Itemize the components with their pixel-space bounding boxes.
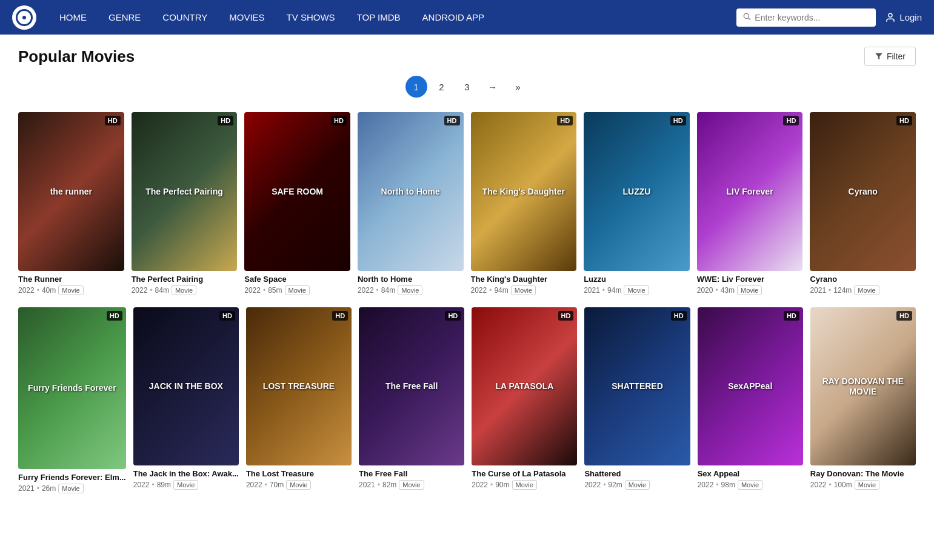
movie-card[interactable]: HD RAY DONOVAN THE MOVIE Ray Donovan: Th… — [810, 307, 916, 493]
svg-point-0 — [744, 13, 749, 18]
movie-card[interactable]: HD SHATTERED Shattered 2022 • 92m Movie — [584, 307, 690, 493]
dot-separator: • — [150, 286, 152, 295]
poster-overlay: JACK IN THE BOX — [133, 307, 239, 465]
movie-title: Shattered — [584, 469, 690, 478]
poster-overlay: LUZZU — [584, 112, 690, 271]
movie-card[interactable]: HD SexAPPeal Sex Appeal 2022 • 98m Movie — [698, 307, 803, 493]
movie-poster: HD Cyrano — [810, 112, 916, 271]
page-btn-1[interactable]: 1 — [405, 76, 427, 98]
dot-separator: • — [715, 286, 718, 295]
movie-duration: 100m — [834, 481, 852, 489]
nav-country[interactable]: COUNTRY — [152, 0, 218, 35]
svg-marker-3 — [875, 53, 882, 60]
movie-poster: HD SHATTERED — [584, 307, 690, 465]
nav-androidapp[interactable]: ANDROID APP — [412, 0, 496, 35]
nav-movies[interactable]: MOVIES — [218, 0, 275, 35]
movie-year: 2022 — [246, 481, 262, 489]
nav-topimdb[interactable]: TOP IMDB — [346, 0, 412, 35]
movie-poster: HD LIV Forever — [697, 112, 803, 271]
movie-duration: 89m — [157, 481, 171, 489]
movie-card[interactable]: HD Furry Friends Forever Furry Friends F… — [18, 307, 126, 493]
movie-title: The Jack in the Box: Awak... — [133, 469, 239, 478]
movie-duration: 43m — [721, 286, 735, 295]
poster-title-text: the runner — [50, 187, 92, 197]
movie-card[interactable]: HD The King's Daughter The King's Daught… — [471, 112, 577, 295]
poster-title-text: LUZZU — [622, 187, 650, 197]
nav-links: HOME GENRE COUNTRY MOVIES TV SHOWS TOP I… — [48, 0, 736, 35]
page-btn-last[interactable]: » — [507, 76, 529, 98]
hd-badge: HD — [896, 116, 912, 125]
movie-card[interactable]: HD The Free Fall The Free Fall 2021 • 82… — [359, 307, 464, 493]
movie-meta: 2022 • 89m Movie — [133, 480, 239, 490]
page-btn-3[interactable]: 3 — [456, 76, 478, 98]
movie-card[interactable]: HD The Perfect Pairing The Perfect Pairi… — [132, 112, 238, 295]
movie-year: 2022 — [810, 481, 827, 489]
poster-overlay: LIV Forever — [697, 112, 803, 271]
movie-card[interactable]: HD LUZZU Luzzu 2021 • 94m Movie — [584, 112, 690, 295]
movie-info: The Curse of La Patasola 2022 • 90m Movi… — [472, 469, 577, 490]
page-header: Popular Movies Filter — [18, 47, 916, 66]
dot-separator: • — [263, 286, 265, 295]
movie-title: The Runner — [18, 275, 124, 284]
search-input[interactable] — [755, 13, 870, 22]
pagination: 1 2 3 → » — [18, 76, 916, 98]
poster-title-text: LIV Forever — [727, 187, 773, 197]
nav-genre[interactable]: GENRE — [98, 0, 152, 35]
page-btn-next[interactable]: → — [482, 76, 504, 98]
movie-meta: 2022 • 70m Movie — [246, 480, 352, 490]
page-btn-2[interactable]: 2 — [431, 76, 453, 98]
movie-info: The Runner 2022 • 40m Movie — [18, 275, 124, 295]
page-title: Popular Movies — [18, 47, 135, 66]
dot-separator: • — [489, 286, 492, 295]
movie-year: 2022 — [244, 286, 261, 295]
movie-title: Ray Donovan: The Movie — [810, 469, 916, 478]
movie-card[interactable]: HD the runner The Runner 2022 • 40m Movi… — [18, 112, 124, 295]
poster-overlay: LA PATASOLA — [472, 307, 577, 465]
movie-card[interactable]: HD Cyrano Cyrano 2021 • 124m Movie — [810, 112, 916, 295]
poster-title-text: SexAPPeal — [728, 381, 772, 392]
movie-meta: 2022 • 94m Movie — [471, 285, 577, 295]
movie-card[interactable]: HD SAFE ROOM Safe Space 2022 • 85m Movie — [244, 112, 350, 295]
movie-card[interactable]: HD LA PATASOLA The Curse of La Patasola … — [472, 307, 577, 493]
poster-title-text: JACK IN THE BOX — [149, 381, 223, 392]
movie-card[interactable]: HD LOST TREASURE The Lost Treasure 2022 … — [246, 307, 352, 493]
movie-card[interactable]: HD North to Home North to Home 2022 • 84… — [358, 112, 464, 295]
movie-title: Sex Appeal — [698, 469, 803, 478]
movie-type-badge: Movie — [854, 285, 879, 295]
movie-type-badge: Movie — [286, 480, 311, 490]
movie-info: Safe Space 2022 • 85m Movie — [244, 275, 350, 295]
poster-title-text: RAY DONOVAN THE MOVIE — [815, 376, 911, 397]
movie-meta: 2022 • 92m Movie — [584, 480, 690, 490]
movie-info: The Free Fall 2021 • 82m Movie — [359, 469, 464, 490]
dot-separator: • — [829, 481, 832, 489]
movie-type-badge: Movie — [399, 480, 424, 490]
movie-duration: 82m — [382, 481, 396, 489]
movie-info: WWE: Liv Forever 2020 • 43m Movie — [697, 275, 803, 295]
movie-type-badge: Movie — [58, 484, 83, 493]
movie-poster: HD The Free Fall — [359, 307, 464, 465]
movie-card[interactable]: HD JACK IN THE BOX The Jack in the Box: … — [133, 307, 239, 493]
movie-meta: 2021 • 82m Movie — [359, 480, 464, 490]
main-content: Popular Movies Filter 1 2 3 → » HD the r… — [0, 35, 934, 560]
dot-separator: • — [602, 286, 605, 295]
login-button[interactable]: Login — [885, 12, 922, 23]
nav-tvshows[interactable]: TV SHOWS — [276, 0, 346, 35]
dot-separator: • — [716, 481, 718, 489]
filter-icon — [875, 52, 883, 61]
svg-line-1 — [749, 18, 750, 19]
movie-type-badge: Movie — [285, 285, 310, 295]
movie-year: 2022 — [18, 286, 35, 295]
filter-label: Filter — [887, 52, 906, 61]
dot-separator: • — [376, 286, 379, 295]
movie-card[interactable]: HD LIV Forever WWE: Liv Forever 2020 • 4… — [697, 112, 803, 295]
filter-button[interactable]: Filter — [864, 47, 916, 66]
logo[interactable] — [12, 5, 36, 30]
movie-duration: 98m — [721, 481, 735, 489]
poster-title-text: Cyrano — [849, 187, 878, 197]
movie-duration: 70m — [270, 481, 284, 489]
movie-type-badge: Movie — [173, 480, 198, 490]
nav-home[interactable]: HOME — [48, 0, 98, 35]
poster-overlay: SAFE ROOM — [244, 112, 350, 271]
movie-duration: 84m — [155, 286, 169, 295]
hd-badge: HD — [444, 116, 460, 125]
